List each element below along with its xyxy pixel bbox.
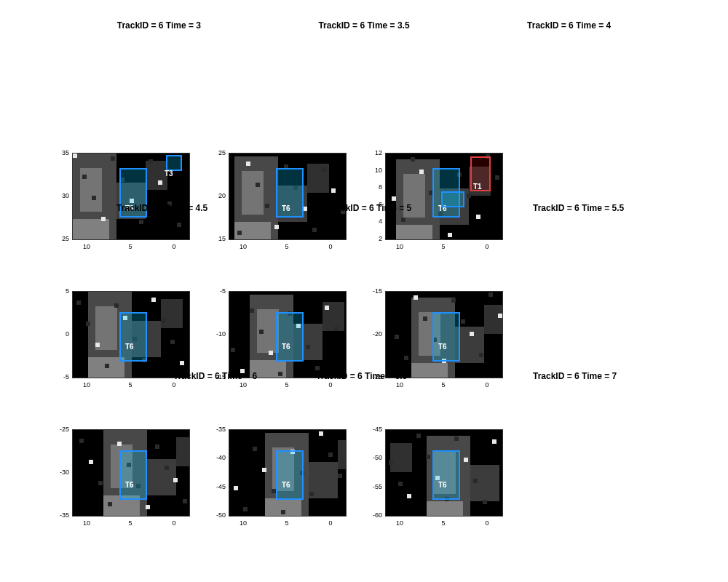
panel-title-1: TrackID = 6 Time = 3.5 <box>318 20 409 31</box>
panel-8: -45-50-55-60T61050 <box>368 429 506 531</box>
x-axis-ticks: 1050 <box>385 380 502 393</box>
overlay-title-2: TrackID = 6 Time = 5.5 <box>533 203 624 213</box>
plot-area: T6 <box>229 429 347 517</box>
x-axis-ticks: 1050 <box>385 242 502 255</box>
y-axis-ticks: 353025 <box>55 153 71 239</box>
panel-6: -25-30-35T61050 <box>55 429 193 531</box>
y-axis-ticks: -35-40-45-50 <box>211 429 227 515</box>
track-label-t6: T6 <box>438 343 447 351</box>
track-box-t3 <box>166 155 182 171</box>
track-label-t6: T6 <box>125 481 134 489</box>
y-axis-ticks: -45-50-55-60 <box>368 429 384 515</box>
track-box-t6 <box>276 450 304 500</box>
track-box-t6 <box>119 450 147 500</box>
x-axis-ticks: 1050 <box>229 242 345 255</box>
plot-area: T6 <box>229 291 347 378</box>
y-axis-ticks: -5-10-15 <box>211 291 227 377</box>
y-axis-ticks: 50-5 <box>55 291 71 377</box>
overlay-title-5: TrackID = 6 Time = 7 <box>533 371 617 381</box>
panel-7: -35-40-45-50T61050 <box>211 429 349 531</box>
track-label-t3: T3 <box>165 170 173 178</box>
track-box-t6 <box>276 312 304 362</box>
plot-area: T6 <box>385 429 503 517</box>
plot-area: T6 <box>72 429 190 517</box>
overlay-title-3: TrackID = 6 Time = 6 <box>173 371 257 381</box>
y-axis-ticks: 12108642 <box>368 153 384 239</box>
track-label-t6: T6 <box>125 343 134 351</box>
x-axis-ticks: 1050 <box>72 242 189 255</box>
track-label-t6: T6 <box>282 204 290 212</box>
track-label-t6: T6 <box>282 481 290 489</box>
x-axis-ticks: 1050 <box>229 518 345 531</box>
plot-area: T6 <box>72 291 190 378</box>
track-label-t1: T1 <box>473 183 482 191</box>
plot-area: T6T1 <box>385 153 503 240</box>
track-box-t6 <box>432 450 460 500</box>
plot-area: T6 <box>385 291 503 378</box>
panel-title-0: TrackID = 6 Time = 3 <box>117 20 201 31</box>
track-label-t6: T6 <box>282 343 290 351</box>
y-axis-ticks: 252015 <box>211 153 227 239</box>
panel-title-2: TrackID = 6 Time = 4 <box>527 20 611 31</box>
plot-area: T6T3 <box>72 153 190 240</box>
overlay-title-4: TrackID = 6 Time = 6.5 <box>316 371 407 381</box>
y-axis-ticks: -15-20-25 <box>368 291 384 377</box>
track-box-t6 <box>119 312 147 362</box>
track-box-t6-small <box>441 191 464 207</box>
x-axis-ticks: 1050 <box>72 518 189 531</box>
x-axis-ticks: 1050 <box>72 380 189 393</box>
titles-row: TrackID = 6 Time = 3 TrackID = 6 Time = … <box>0 20 728 31</box>
overlay-title-0: TrackID = 6 Time = 4.5 <box>116 203 207 213</box>
overlay-title-1: TrackID = 6 Time = 5 <box>328 203 411 213</box>
track-box-t6 <box>432 312 460 362</box>
panel-3: 50-5T61050 <box>55 291 193 393</box>
y-axis-ticks: -25-30-35 <box>55 429 71 515</box>
x-axis-ticks: 1050 <box>229 380 345 393</box>
x-axis-ticks: 1050 <box>385 518 502 531</box>
plot-area: T6 <box>229 153 347 240</box>
track-label-t6: T6 <box>438 481 447 489</box>
